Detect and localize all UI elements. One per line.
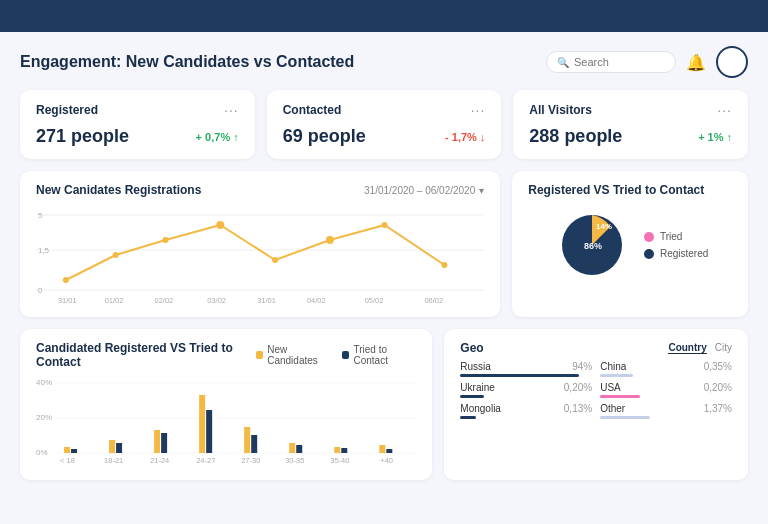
date-range-selector[interactable]: 31/01/2020 – 06/02/2020 ▾ (364, 185, 484, 196)
geo-bar-mongolia (460, 416, 476, 419)
stats-row: Registered ··· 271 people + 0,7% ↑ Conta… (20, 90, 748, 159)
svg-rect-41 (289, 443, 295, 453)
stat-change-contacted: - 1,7% ↓ (445, 131, 485, 143)
stat-card-header: Registered ··· (36, 102, 239, 118)
svg-rect-43 (334, 447, 340, 453)
arrow-up-icon: ↑ (233, 131, 239, 143)
svg-text:27-30: 27-30 (241, 456, 260, 465)
charts-row: New Canidates Registrations 31/01/2020 –… (20, 171, 748, 317)
legend-dot-registered (644, 249, 654, 259)
svg-text:86%: 86% (584, 241, 602, 251)
pie-legend: Tried Registered (644, 231, 708, 259)
stat-card-header-2: Contacted ··· (283, 102, 486, 118)
bar-chart-header: Candidated Registered VS Tried to Contac… (36, 341, 416, 369)
geo-tab-city[interactable]: City (715, 342, 732, 354)
header-right: 🔍 🔔 (546, 46, 748, 78)
geo-bar-russia (460, 374, 579, 377)
geo-item-ukraine: Ukraine 0,20% (460, 382, 592, 399)
svg-rect-46 (386, 449, 392, 453)
svg-text:14%: 14% (596, 222, 612, 231)
geo-tabs: Country City (668, 342, 732, 354)
svg-rect-34 (116, 443, 122, 453)
notification-icon[interactable]: 🔔 (686, 53, 706, 72)
svg-text:20%: 20% (36, 413, 52, 422)
line-chart-svg: 5 1,5 0 31/01 01/02 (36, 205, 484, 305)
legend-dot-tried (644, 232, 654, 242)
svg-rect-37 (199, 395, 205, 453)
geo-item-china: China 0,35% (600, 361, 732, 378)
svg-rect-39 (244, 427, 250, 453)
pie-chart-card: Registered VS Tried to Contact 86% 14% (512, 171, 748, 317)
svg-point-12 (382, 222, 388, 228)
svg-text:31/01: 31/01 (58, 296, 77, 305)
stat-bottom-2: 69 people - 1,7% ↓ (283, 126, 486, 147)
svg-text:05/02: 05/02 (365, 296, 384, 305)
svg-point-7 (113, 252, 119, 258)
svg-text:31/01: 31/01 (257, 296, 276, 305)
geo-tab-country[interactable]: Country (668, 342, 706, 354)
page-header: Engagement: New Candidates vs Contacted … (20, 46, 748, 78)
chart-title-bar: Candidated Registered VS Tried to Contac… (36, 341, 256, 369)
geo-title: Geo (460, 341, 483, 355)
stat-menu-contacted[interactable]: ··· (471, 102, 486, 118)
stat-change-visitors: + 1% ↑ (698, 131, 732, 143)
legend-item-tried: Tried (644, 231, 708, 242)
chart-title-registrations: New Canidates Registrations (36, 183, 201, 197)
svg-text:02/02: 02/02 (155, 296, 174, 305)
stat-menu-registered[interactable]: ··· (224, 102, 239, 118)
registrations-chart-card: New Canidates Registrations 31/01/2020 –… (20, 171, 500, 317)
bar-legend: New Candidates Tried to Contact (256, 344, 416, 366)
svg-text:21-24: 21-24 (150, 456, 169, 465)
stat-card-visitors: All Visitors ··· 288 people + 1% ↑ (513, 90, 748, 159)
arrow-down-icon: ↓ (480, 131, 486, 143)
stat-menu-visitors[interactable]: ··· (717, 102, 732, 118)
stat-value-visitors: 288 people (529, 126, 622, 147)
arrow-up-icon-2: ↑ (727, 131, 733, 143)
geo-item-usa: USA 0,20% (600, 382, 732, 399)
stat-change-registered: + 0,7% ↑ (196, 131, 239, 143)
geo-grid: Russia 94% China 0,35% Ukraine (460, 361, 732, 420)
stat-label-contacted: Contacted (283, 103, 342, 117)
geo-bar-other (600, 416, 650, 419)
geo-item-russia: Russia 94% (460, 361, 592, 378)
svg-text:03/02: 03/02 (207, 296, 226, 305)
avatar[interactable] (716, 46, 748, 78)
stat-value-registered: 271 people (36, 126, 129, 147)
search-icon: 🔍 (557, 57, 569, 68)
geo-bar-usa (600, 395, 640, 398)
stat-card-header-3: All Visitors ··· (529, 102, 732, 118)
stat-card-registered: Registered ··· 271 people + 0,7% ↑ (20, 90, 255, 159)
svg-rect-38 (206, 410, 212, 453)
search-input[interactable] (574, 56, 664, 68)
svg-rect-40 (251, 435, 257, 453)
geo-header: Geo Country City (460, 341, 732, 355)
svg-point-11 (326, 236, 334, 244)
bar-chart-card: Candidated Registered VS Tried to Contac… (20, 329, 432, 480)
line-chart-container: 5 1,5 0 31/01 01/02 (36, 205, 484, 305)
svg-point-9 (216, 221, 224, 229)
geo-item-mongolia: Mongolia 0,13% (460, 403, 592, 420)
svg-rect-33 (109, 440, 115, 453)
stat-bottom: 271 people + 0,7% ↑ (36, 126, 239, 147)
svg-rect-35 (154, 430, 160, 453)
pie-container: 86% 14% (552, 205, 632, 285)
svg-text:< 18: < 18 (60, 456, 75, 465)
svg-rect-32 (71, 449, 77, 453)
search-box[interactable]: 🔍 (546, 51, 676, 73)
bar-legend-tried: Tried to Contact (342, 344, 416, 366)
pie-section: 86% 14% Tried Registered (528, 205, 732, 285)
stat-value-contacted: 69 people (283, 126, 366, 147)
bottom-row: Candidated Registered VS Tried to Contac… (20, 329, 748, 480)
geo-item-other: Other 1,37% (600, 403, 732, 420)
svg-text:0: 0 (38, 286, 43, 295)
top-bar (0, 0, 768, 32)
bar-legend-new: New Candidates (256, 344, 332, 366)
legend-item-registered: Registered (644, 248, 708, 259)
chevron-down-icon: ▾ (479, 185, 484, 196)
legend-square-new (256, 351, 263, 359)
bar-chart-svg: 40% 20% 0% (36, 375, 416, 465)
svg-text:30-35: 30-35 (285, 456, 304, 465)
pie-chart-header: Registered VS Tried to Contact (528, 183, 732, 197)
svg-text:24-27: 24-27 (196, 456, 215, 465)
svg-rect-42 (296, 445, 302, 453)
